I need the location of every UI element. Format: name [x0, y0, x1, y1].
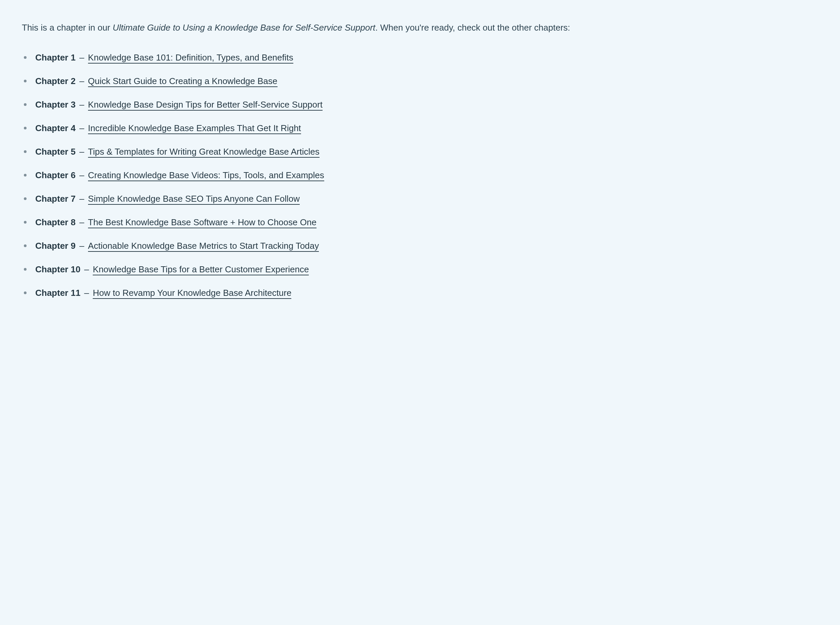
list-item: Chapter 11 – How to Revamp Your Knowledg…	[22, 287, 818, 299]
chapter-list: Chapter 1 – Knowledge Base 101: Definiti…	[22, 52, 818, 299]
chapter-label: Chapter 2	[35, 76, 76, 86]
chapter-link[interactable]: How to Revamp Your Knowledge Base Archit…	[93, 288, 291, 299]
separator: –	[76, 123, 88, 133]
separator: –	[76, 100, 88, 110]
chapter-label: Chapter 6	[35, 170, 76, 180]
chapter-label: Chapter 11	[35, 288, 80, 298]
chapter-label: Chapter 1	[35, 53, 76, 62]
list-item: Chapter 8 – The Best Knowledge Base Soft…	[22, 216, 818, 228]
chapter-label: Chapter 7	[35, 194, 76, 204]
chapter-link[interactable]: The Best Knowledge Base Software + How t…	[88, 217, 316, 228]
separator: –	[76, 53, 88, 62]
separator: –	[80, 264, 93, 274]
list-item: Chapter 3 – Knowledge Base Design Tips f…	[22, 99, 818, 110]
list-item: Chapter 7 – Simple Knowledge Base SEO Ti…	[22, 193, 818, 205]
separator: –	[76, 217, 88, 227]
list-item: Chapter 9 – Actionable Knowledge Base Me…	[22, 240, 818, 252]
guide-title: Ultimate Guide to Using a Knowledge Base…	[113, 23, 375, 33]
intro-suffix: . When you're ready, check out the other…	[375, 23, 570, 33]
chapter-link[interactable]: Simple Knowledge Base SEO Tips Anyone Ca…	[88, 194, 300, 205]
chapter-link[interactable]: Knowledge Base Design Tips for Better Se…	[88, 100, 322, 110]
intro-prefix: This is a chapter in our	[22, 23, 113, 33]
list-item: Chapter 2 – Quick Start Guide to Creatin…	[22, 75, 818, 87]
chapter-link[interactable]: Knowledge Base 101: Definition, Types, a…	[88, 53, 293, 64]
separator: –	[76, 76, 88, 86]
list-item: Chapter 1 – Knowledge Base 101: Definiti…	[22, 52, 818, 64]
chapter-link[interactable]: Tips & Templates for Writing Great Knowl…	[88, 146, 319, 158]
chapter-link[interactable]: Incredible Knowledge Base Examples That …	[88, 123, 301, 134]
list-item: Chapter 5 – Tips & Templates for Writing…	[22, 146, 818, 158]
separator: –	[76, 170, 88, 180]
chapter-label: Chapter 3	[35, 100, 76, 110]
separator: –	[76, 194, 88, 204]
chapter-label: Chapter 5	[35, 146, 76, 157]
intro-paragraph: This is a chapter in our Ultimate Guide …	[22, 20, 818, 36]
chapter-link[interactable]: Knowledge Base Tips for a Better Custome…	[93, 264, 309, 275]
separator: –	[80, 288, 93, 298]
separator: –	[76, 241, 88, 251]
list-item: Chapter 4 – Incredible Knowledge Base Ex…	[22, 122, 818, 134]
chapter-label: Chapter 10	[35, 264, 80, 274]
list-item: Chapter 6 – Creating Knowledge Base Vide…	[22, 169, 818, 181]
chapter-label: Chapter 4	[35, 123, 76, 133]
chapter-label: Chapter 9	[35, 241, 76, 251]
chapter-link[interactable]: Quick Start Guide to Creating a Knowledg…	[88, 76, 277, 87]
chapter-link[interactable]: Creating Knowledge Base Videos: Tips, To…	[88, 170, 324, 181]
chapter-link[interactable]: Actionable Knowledge Base Metrics to Sta…	[88, 241, 319, 252]
list-item: Chapter 10 – Knowledge Base Tips for a B…	[22, 264, 818, 275]
chapter-label: Chapter 8	[35, 217, 76, 227]
separator: –	[76, 146, 88, 157]
